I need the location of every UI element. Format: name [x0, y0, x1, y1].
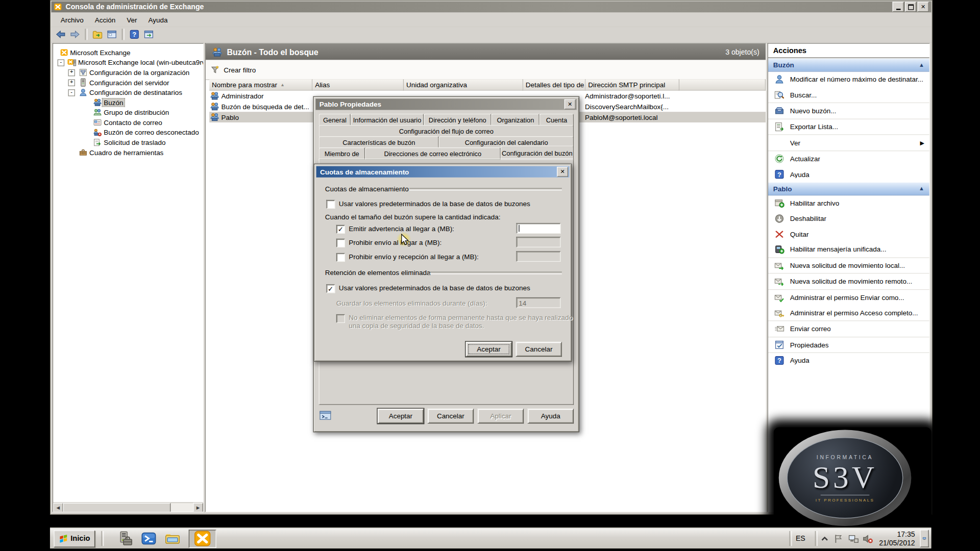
properties-apply-button[interactable]: Aplicar	[478, 409, 524, 423]
column-header-alias[interactable]: Alias	[312, 80, 404, 91]
action-propiedades[interactable]: Propiedades	[768, 337, 929, 353]
action-ayuda[interactable]: ?Ayuda	[768, 353, 929, 368]
warn-at-checkbox[interactable]: ✓	[336, 225, 345, 234]
properties-dialog-titlebar[interactable]: Pablo Propiedades ✕	[315, 98, 577, 110]
scroll-thumb[interactable]	[63, 503, 171, 512]
minimize-button[interactable]	[893, 2, 904, 12]
menu-accion[interactable]: Acción	[89, 15, 121, 25]
action-nueva-solicitud-de-movimiento-local[interactable]: Nueva solicitud de movimiento local...	[768, 258, 929, 273]
action-administrar-el-permiso-acceso-completo[interactable]: Administrar el permiso Acceso completo..…	[768, 305, 929, 321]
tree-item-configuracion-de-la-organizacion[interactable]: +Configuración de la organización	[53, 67, 203, 78]
column-header-detalles-del-tipo-de-destin[interactable]: Detalles del tipo de destin...	[523, 80, 585, 91]
tab-configuracion-del-buzon[interactable]: Configuración del buzón	[501, 145, 574, 160]
quotas-ok-button[interactable]: Aceptar	[465, 342, 512, 357]
expand-icon[interactable]: +	[68, 80, 75, 86]
toolbar-back-arrow-button[interactable]	[55, 29, 67, 40]
close-icon[interactable]: ✕	[565, 99, 576, 110]
column-header-unidad-organizativa[interactable]: Unidad organizativa	[404, 80, 523, 91]
menu-archivo[interactable]: Archivo	[55, 15, 89, 25]
action-ver[interactable]: Ver▶	[768, 135, 929, 151]
tab-row: Miembro deDirecciones de correo electrón…	[318, 147, 574, 160]
quotas-cancel-button[interactable]: Cancelar	[516, 342, 562, 357]
speaker-mute-icon[interactable]	[863, 533, 873, 544]
column-header-nombre-para-mostrar[interactable]: Nombre para mostrar▲	[209, 80, 312, 91]
powershell-icon[interactable]	[141, 531, 156, 546]
create-filter-button[interactable]: Crear filtro	[224, 66, 256, 73]
actions-section-pablo[interactable]: Pablo▲	[768, 182, 929, 196]
toolbar-help-button[interactable]: ?	[128, 29, 140, 40]
show-desktop-button[interactable]	[920, 530, 928, 547]
language-indicator[interactable]: ES	[792, 534, 809, 544]
tree-item-grupo-de-distribucion[interactable]: Grupo de distribución	[53, 108, 203, 118]
collapse-chevron-icon[interactable]: ▲	[919, 186, 924, 192]
menu-ver[interactable]: Ver	[121, 15, 142, 25]
exchange-taskbar-button[interactable]	[189, 530, 216, 548]
maximize-button[interactable]	[905, 2, 916, 12]
expand-icon[interactable]: +	[68, 69, 75, 76]
quotas-dialog-titlebar[interactable]: Cuotas de almacenamiento ✕	[316, 166, 570, 178]
close-button[interactable]: ✕	[918, 2, 929, 12]
tree-item-microsoft-exchange-local-win-ubeutca9rv[interactable]: -Microsoft Exchange local (win-ubeutca9r…	[53, 58, 203, 68]
tree-item-microsoft-exchange[interactable]: Microsoft Exchange	[53, 47, 203, 58]
tree-item-cuadro-de-herramientas[interactable]: Cuadro de herramientas	[53, 147, 203, 158]
action-quitar[interactable]: Quitar	[768, 227, 929, 242]
window-titlebar[interactable]: Consola de administración de Exchange ✕	[51, 1, 931, 12]
scroll-right-icon[interactable]: ▶	[193, 503, 203, 512]
server-manager-icon[interactable]	[117, 531, 132, 546]
properties-ok-button[interactable]: Aceptar	[378, 409, 424, 423]
toolbar-show-tree-button[interactable]	[91, 29, 104, 40]
prohibit-send-receive-checkbox[interactable]	[336, 253, 345, 262]
toolbar-console-window-button[interactable]	[106, 29, 118, 40]
tab-informacion-del-usuario[interactable]: Información del usuario	[351, 114, 423, 126]
properties-help-button[interactable]: Ayuda	[527, 409, 574, 423]
action-buscar[interactable]: Buscar...	[768, 87, 929, 103]
start-button[interactable]: Inicio	[54, 530, 95, 547]
action-exportar-lista[interactable]: Exportar Lista...	[768, 119, 929, 135]
network-icon[interactable]	[848, 533, 859, 544]
action-nueva-solicitud-de-movimiento-remoto[interactable]: Nueva solicitud de movimiento remoto...	[768, 273, 929, 289]
tree-horizontal-scrollbar[interactable]: ◀ ▶	[53, 502, 203, 511]
tree-item-configuracion-de-destinatarios[interactable]: -Configuración de destinatarios	[53, 87, 203, 97]
menu-ayuda[interactable]: Ayuda	[142, 15, 173, 25]
tab-organization[interactable]: Organization	[492, 114, 540, 126]
action-enviar-correo[interactable]: Enviar correo	[768, 321, 929, 337]
collapse-icon[interactable]: -	[68, 89, 75, 96]
action-ayuda[interactable]: ?Ayuda	[768, 166, 929, 182]
flag-icon[interactable]	[834, 533, 845, 544]
tab-configuracion-del-flujo-de-correo[interactable]: Configuración del flujo de correo	[318, 125, 574, 137]
collapse-chevron-icon[interactable]: ▲	[919, 62, 924, 68]
warn-at-input[interactable]	[516, 223, 560, 234]
prohibit-send-checkbox[interactable]	[336, 239, 345, 247]
tree-item-configuracion-del-servidor[interactable]: +Configuración del servidor	[53, 78, 203, 88]
scroll-left-icon[interactable]: ◀	[53, 503, 63, 512]
tab-direcciones-de-correo-electronico[interactable]: Direcciones de correo electrónico	[365, 147, 501, 160]
collapse-icon[interactable]: -	[58, 59, 64, 66]
action-deshabilitar[interactable]: Deshabilitar	[768, 211, 929, 227]
tab-general[interactable]: General	[318, 114, 351, 126]
clock[interactable]: 17:35 21/05/2012	[879, 530, 915, 547]
tree-item-solicitud-de-traslado[interactable]: Solicitud de traslado	[53, 137, 203, 147]
toolbar-forward-arrow-button[interactable]	[69, 29, 81, 40]
use-database-defaults-checkbox[interactable]	[326, 200, 335, 209]
action-actualizar[interactable]: Actualizar	[768, 151, 929, 166]
properties-cancel-button[interactable]: Cancelar	[428, 409, 474, 423]
retention-defaults-checkbox[interactable]: ✓	[326, 284, 335, 293]
tree-item-buzon-de-correo-desconectado[interactable]: Buzón de correo desconectado	[53, 128, 203, 138]
close-icon[interactable]: ✕	[557, 167, 568, 177]
tree-item-contacto-de-correo[interactable]: Contacto de correo	[53, 117, 203, 128]
toolbar-new-window-button[interactable]	[142, 29, 155, 40]
tab-miembro-de[interactable]: Miembro de	[318, 147, 365, 160]
column-header-direccion-smtp-principal[interactable]: Dirección SMTP principal	[585, 80, 679, 91]
chevron-up-icon[interactable]	[820, 533, 830, 544]
action-modificar-el-numero-maximo-de-destinatar[interactable]: Modificar el número máximo de destinatar…	[768, 72, 929, 87]
tree-item-buzon[interactable]: Buzón	[53, 97, 203, 108]
explorer-folder-icon[interactable]	[165, 531, 180, 546]
action-administrar-el-permiso-enviar-como[interactable]: Administrar el permiso Enviar como...	[768, 290, 929, 305]
actions-section-buzon[interactable]: Buzón▲	[768, 58, 929, 72]
action-habilitar-mensajeria-unificada[interactable]: Habilitar mensajería unificada...	[768, 242, 929, 258]
action-nuevo-buzon[interactable]: Nuevo buzón...	[768, 103, 929, 119]
tab-cuenta[interactable]: Cuenta	[540, 114, 574, 126]
tab-direccion-y-telefono[interactable]: Dirección y teléfono	[424, 114, 492, 126]
action-habilitar-archivo[interactable]: Habilitar archivo	[768, 195, 929, 211]
tab-caracteristicas-de-buzon[interactable]: Características de buzón	[318, 136, 439, 148]
